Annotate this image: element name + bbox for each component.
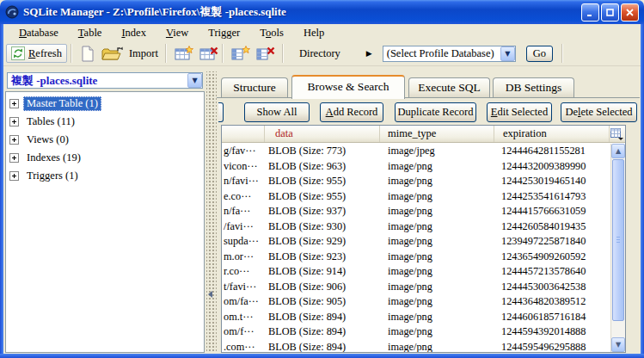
expander-plus-icon[interactable] [9, 99, 19, 108]
drop-index-icon[interactable] [256, 46, 275, 61]
create-index-icon[interactable] [231, 46, 250, 61]
app-icon [5, 5, 19, 19]
scroll-up-icon[interactable]: ▲ [611, 144, 625, 158]
tree-item-tables[interactable]: Tables (11) [6, 113, 204, 131]
cell-expiration: 1244464281155281 [494, 144, 610, 159]
toolbar: Refresh Import [3, 41, 641, 66]
maximize-button[interactable] [601, 3, 619, 22]
cell-mime-type: image/png [380, 310, 494, 325]
close-button[interactable] [621, 3, 639, 22]
table-row[interactable]: r.co···BLOB (Size: 914)image/png12444572… [222, 264, 625, 280]
cell-expiration: 1244606185716184 [494, 310, 610, 325]
cell-url: om/fa··· [222, 294, 265, 310]
cell-mime-type: image/png [380, 340, 494, 354]
go-button[interactable]: Go [526, 46, 553, 62]
tree-item-indexes[interactable]: Indexes (19) [6, 149, 204, 167]
collapse-left-icon[interactable] [208, 291, 212, 298]
import-label[interactable]: Import [129, 47, 158, 60]
table-row[interactable]: t/favi···BLOB (Size: 906)image/png124445… [222, 280, 625, 295]
clipped-button[interactable] [218, 102, 224, 122]
tab-db-settings[interactable]: DB Settings [493, 77, 574, 98]
new-database-icon[interactable] [80, 46, 95, 62]
tab-structure[interactable]: Structure [221, 77, 288, 98]
tree-item-label: Triggers (1) [23, 169, 82, 183]
directory-arrow-icon[interactable]: ▶ [363, 47, 376, 59]
table-row[interactable]: n/fa···BLOB (Size: 937)image/png12444157… [222, 204, 625, 219]
table-row[interactable]: om.t···BLOB (Size: 894)image/png12446061… [222, 310, 625, 325]
table-row[interactable]: m.or···BLOB (Size: 923)image/png12436549… [222, 250, 625, 265]
cell-data: BLOB (Size: 955) [265, 174, 380, 189]
delete-selected-button[interactable]: Delete Selected [561, 102, 637, 122]
refresh-button[interactable]: Refresh [6, 44, 67, 63]
chevron-down-icon[interactable]: ▼ [500, 46, 515, 61]
table-row[interactable]: e.co···BLOB (Size: 955)image/png12442535… [222, 189, 625, 205]
expander-plus-icon[interactable] [9, 135, 19, 145]
cell-data: BLOB (Size: 914) [265, 264, 380, 280]
cell-data: BLOB (Size: 955) [265, 189, 380, 205]
scroll-down-icon[interactable]: ▼ [611, 337, 625, 352]
show-all-button[interactable]: Show All [244, 102, 310, 122]
open-database-icon[interactable] [101, 46, 124, 61]
table-row[interactable]: n/favi···BLOB (Size: 955)image/png124425… [222, 174, 625, 189]
cell-mime-type: image/png [380, 174, 494, 189]
menu-view[interactable]: View [159, 26, 195, 40]
table-row[interactable]: supda···BLOB (Size: 929)image/png1239497… [222, 234, 625, 250]
cell-data: BLOB (Size: 894) [265, 340, 380, 354]
table-row[interactable]: om/fa···BLOB (Size: 905)image/png1244364… [222, 294, 625, 310]
cell-data: BLOB (Size: 930) [265, 219, 380, 235]
cell-expiration: 1244594392014888 [494, 324, 610, 340]
database-tree: Master Table (1) Tables (11) Views (0) I… [5, 91, 205, 353]
cell-data: BLOB (Size: 906) [265, 280, 380, 295]
vertical-scrollbar[interactable]: ▲ ▼ [610, 144, 625, 352]
profile-database-select[interactable]: (Select Profile Database) ▼ [383, 46, 516, 62]
cell-expiration: 1243654909260592 [494, 250, 610, 265]
column-header-mime-type[interactable]: mime_type [380, 126, 494, 142]
tree-item-triggers[interactable]: Triggers (1) [6, 167, 204, 185]
menu-tools[interactable]: Tools [253, 26, 291, 40]
tab-execute-sql[interactable]: Execute SQL [408, 77, 490, 98]
expander-plus-icon[interactable] [9, 171, 19, 181]
table-row[interactable]: vicon···BLOB (Size: 963)image/png1244432… [222, 159, 625, 175]
chevron-down-icon[interactable]: ▼ [187, 73, 202, 88]
profile-database-value: (Select Profile Database) [383, 47, 500, 60]
tab-browse-search[interactable]: Browse & Search [291, 75, 405, 99]
add-record-button[interactable]: Add Record [320, 102, 383, 122]
cell-expiration: 1244595496295888 [494, 340, 610, 354]
table-row[interactable]: g/fav···BLOB (Size: 773)image/jpeg124446… [222, 144, 625, 159]
cell-expiration: 1244260584019435 [494, 219, 610, 235]
menu-table[interactable]: Table [71, 26, 109, 40]
drop-table-icon[interactable] [199, 46, 218, 61]
menu-index[interactable]: Index [114, 26, 152, 40]
window-title: SQLite Manager - Z:\Profile\Firefox\複製 -… [23, 4, 286, 20]
duplicate-record-button[interactable]: Duplicate Record [395, 102, 476, 122]
column-header-data[interactable]: data [265, 126, 380, 142]
table-row[interactable]: om/f···BLOB (Size: 894)image/png12445943… [222, 324, 625, 340]
grid-header: data mime_type expiration [222, 126, 625, 143]
refresh-icon [11, 46, 25, 60]
menu-trigger[interactable]: Trigger [201, 26, 247, 40]
edit-selected-button[interactable]: Edit Selected [487, 102, 552, 122]
menu-help[interactable]: Help [297, 26, 331, 40]
cell-url: om.t··· [222, 310, 265, 325]
minimize-button[interactable] [581, 3, 599, 22]
expander-plus-icon[interactable] [9, 117, 19, 127]
column-picker-icon[interactable] [610, 127, 624, 141]
create-table-icon[interactable] [175, 46, 193, 61]
tree-item-views[interactable]: Views (0) [6, 131, 204, 149]
cell-expiration: 1244364820389512 [494, 294, 610, 310]
table-row[interactable]: .com···BLOB (Size: 894)image/png12445954… [222, 340, 625, 354]
cell-mime-type: image/png [380, 159, 494, 175]
column-header-url[interactable] [222, 126, 265, 142]
panel-splitter[interactable] [206, 71, 217, 353]
cell-url: .com··· [222, 340, 265, 354]
database-selector[interactable]: 複製 -places.sqlite ▼ [7, 72, 203, 89]
scrollbar-thumb[interactable] [612, 159, 624, 321]
cell-expiration: 1244432009389990 [494, 159, 610, 175]
expander-plus-icon[interactable] [9, 153, 19, 163]
column-header-expiration[interactable]: expiration [494, 126, 610, 142]
table-row[interactable]: /favi···BLOB (Size: 930)image/png1244260… [222, 219, 625, 235]
cell-expiration: 1244457213578640 [494, 264, 610, 280]
tree-item-master-table[interactable]: Master Table (1) [6, 95, 204, 113]
cell-url: t/favi··· [222, 280, 265, 295]
menu-database[interactable]: Database [12, 26, 65, 40]
